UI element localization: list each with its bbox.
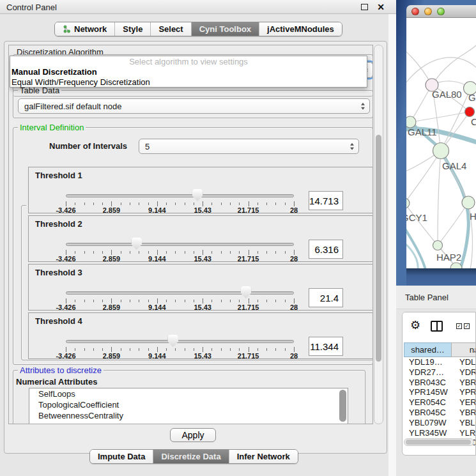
table-row[interactable]: YBL079WYBL079W bbox=[404, 418, 476, 428]
panel-vertical-scrollbar[interactable] bbox=[374, 45, 383, 424]
network-edge[interactable] bbox=[410, 112, 470, 122]
tab-select-label: Select bbox=[158, 24, 183, 34]
cell-shared-name: YPR145W bbox=[404, 387, 452, 397]
table-row[interactable]: YLR345WYLR345W bbox=[404, 428, 476, 438]
tab-infer-network[interactable]: Infer Network bbox=[229, 450, 298, 463]
table-data-combobox[interactable]: galFiltered.sif default node bbox=[18, 98, 370, 114]
tab-discretize-data[interactable]: Discretize Data bbox=[153, 450, 229, 463]
threshold-2-slider[interactable]: -3.4262.8599.14415.4321.71528 bbox=[66, 216, 294, 263]
slider-thumb[interactable] bbox=[167, 335, 178, 347]
close-icon[interactable]: ✕ bbox=[377, 2, 385, 12]
red-node[interactable] bbox=[465, 107, 475, 117]
tick-label: 21.715 bbox=[238, 303, 259, 311]
node-label: GAL4 bbox=[442, 160, 466, 171]
tab-style[interactable]: Style bbox=[115, 22, 151, 36]
network-edge[interactable] bbox=[432, 43, 476, 85]
combo-stepper-icon bbox=[361, 103, 365, 110]
list-item[interactable]: TopologicalCoefficient bbox=[29, 399, 348, 410]
table-panel-title: Table Panel bbox=[405, 293, 449, 302]
split-columns-icon[interactable] bbox=[431, 321, 443, 332]
network-edge[interactable] bbox=[406, 43, 432, 85]
threshold-3-value-field[interactable] bbox=[309, 288, 343, 307]
slider-track[interactable] bbox=[66, 340, 294, 343]
threshold-1-value-field[interactable] bbox=[309, 191, 343, 210]
network-window-bottom-frame bbox=[406, 268, 476, 286]
tick-label: 9.144 bbox=[148, 255, 166, 263]
dropdown-option-manual[interactable]: Manual Discretization bbox=[10, 67, 367, 77]
cell-shared-name: YBR043C bbox=[404, 378, 452, 388]
list-item[interactable]: SelfLoops bbox=[29, 388, 348, 399]
network-graph[interactable]: GAL80GCGAL11GAL4GCY1HHAP2 bbox=[406, 18, 476, 268]
column-header-name[interactable]: name bbox=[451, 342, 476, 357]
tab-network[interactable]: Network bbox=[55, 22, 115, 36]
threshold-4-value-field[interactable] bbox=[309, 337, 343, 356]
slider-track[interactable] bbox=[66, 291, 294, 295]
slider-track[interactable] bbox=[66, 243, 294, 246]
network-view-canvas[interactable]: GAL80GCGAL11GAL4GCY1HHAP2 bbox=[406, 18, 476, 268]
column-header-shared-name[interactable]: shared… bbox=[404, 342, 452, 357]
network-edge[interactable] bbox=[438, 151, 441, 245]
settings-gear-icon[interactable]: ⚙ bbox=[410, 318, 420, 332]
network-edge[interactable] bbox=[406, 151, 441, 203]
table-row[interactable]: YDR27…YDR27… bbox=[404, 367, 476, 378]
checkbox-icon[interactable]: ✓ bbox=[456, 323, 462, 329]
cell-name: YBR043C bbox=[452, 378, 476, 388]
close-traffic-light-icon[interactable] bbox=[411, 8, 419, 15]
slider-track[interactable] bbox=[66, 194, 294, 197]
top-tab-bar: Network Style Select Cyni Toolbox jActiv… bbox=[54, 22, 342, 36]
float-window-icon[interactable] bbox=[361, 4, 368, 10]
list-scrollbar[interactable] bbox=[339, 390, 346, 422]
threshold-4-slider[interactable]: -3.4262.8599.14415.4321.71528 bbox=[66, 313, 294, 360]
threshold-3-slider[interactable]: -3.4262.8599.14415.4321.71528 bbox=[66, 265, 294, 311]
network-edge[interactable] bbox=[438, 203, 468, 245]
num-intervals-combobox[interactable]: 5 bbox=[139, 139, 359, 154]
table-row[interactable]: YBR043CYBR043C bbox=[404, 378, 476, 388]
scrollbar-thumb[interactable] bbox=[376, 135, 381, 362]
slider-thumb[interactable] bbox=[192, 189, 203, 201]
tab-style-label: Style bbox=[123, 24, 142, 34]
tab-network-label: Network bbox=[74, 24, 107, 34]
tick-label: 28 bbox=[290, 303, 298, 311]
threshold-1-panel: Threshold 1 -3.4262.8599.14415.4321.7152… bbox=[28, 167, 373, 213]
table-row[interactable]: YDL19…YDL19… bbox=[404, 357, 476, 367]
apply-button[interactable]: Apply bbox=[170, 428, 216, 442]
hap2-node[interactable] bbox=[433, 241, 443, 250]
tick-label: 15.43 bbox=[194, 303, 211, 311]
algorithm-dropdown-popup: Select algorithm to view settings Manual… bbox=[10, 56, 367, 88]
tick-label: 21.715 bbox=[238, 255, 259, 263]
minimize-traffic-light-icon[interactable] bbox=[424, 8, 432, 15]
slider-thumb[interactable] bbox=[241, 286, 252, 298]
gal4-node[interactable] bbox=[433, 143, 449, 159]
scrollbar-thumb[interactable] bbox=[406, 440, 471, 445]
interval-definition-group-label: Interval Definition bbox=[18, 123, 86, 132]
table-row[interactable]: YER054CYER054C bbox=[404, 397, 476, 408]
h-node[interactable] bbox=[462, 196, 475, 209]
slider-tick-labels: -3.4262.8599.14415.4321.71528 bbox=[66, 303, 294, 311]
tab-impute-data[interactable]: Impute Data bbox=[90, 450, 153, 463]
table-horizontal-scrollbar[interactable] bbox=[404, 438, 474, 446]
attributes-group-label: Attributes to discretize bbox=[18, 365, 104, 375]
table-row[interactable]: YPR145WYPR145W bbox=[404, 387, 476, 397]
checkbox-icon[interactable]: ✓ bbox=[464, 323, 470, 329]
threshold-1-slider[interactable]: -3.4262.8599.14415.4321.71528 bbox=[66, 167, 294, 214]
numerical-attributes-list[interactable]: SelfLoops TopologicalCoefficient Between… bbox=[29, 388, 348, 424]
table-row[interactable]: YBR045CYBR045C bbox=[404, 408, 476, 418]
node-label: H bbox=[470, 211, 476, 222]
network-window-titlebar[interactable] bbox=[406, 5, 476, 18]
tick-label: 28 bbox=[290, 352, 298, 360]
network-icon bbox=[63, 25, 71, 33]
list-item[interactable]: BetweennessCentrality bbox=[29, 410, 348, 421]
tick-label: 2.859 bbox=[103, 206, 121, 214]
zoom-traffic-light-icon[interactable] bbox=[437, 8, 445, 15]
tab-select[interactable]: Select bbox=[151, 22, 191, 36]
tab-cyni-toolbox[interactable]: Cyni Toolbox bbox=[192, 22, 259, 36]
tab-jactivemnodules[interactable]: jActiveMNodules bbox=[259, 22, 342, 36]
slider-thumb[interactable] bbox=[131, 238, 142, 250]
table-panel-title-bar: Table Panel bbox=[396, 286, 476, 309]
panel-title: Control Panel bbox=[6, 3, 57, 12]
num-intervals-value: 5 bbox=[145, 142, 150, 151]
gcy1-node[interactable] bbox=[406, 198, 410, 208]
threshold-2-value-field[interactable] bbox=[309, 240, 343, 259]
tick-label: 21.715 bbox=[238, 206, 259, 214]
dropdown-option-equal-width[interactable]: Equal Width/Frequency Discretization bbox=[10, 77, 367, 88]
